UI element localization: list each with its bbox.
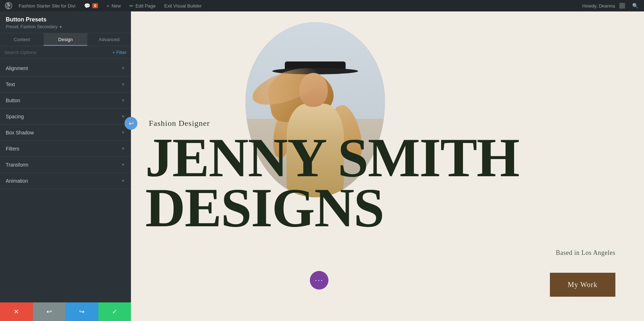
exit-builder-label: Exit Visual Builder <box>164 3 202 9</box>
accordion-animation: Animation ▼ <box>0 173 131 189</box>
admin-bar-left: Fashion Starter Site for Divi 💬 0 + New … <box>3 0 582 11</box>
cancel-icon: ✕ <box>14 308 19 316</box>
filter-button[interactable]: + Filter <box>112 50 127 55</box>
main-canvas: Fashion Designer JENNY SMITH DESIGNS Bas… <box>131 11 644 321</box>
plus-icon: + <box>107 3 109 9</box>
search-input[interactable] <box>4 50 109 55</box>
admin-bar: Fashion Starter Site for Divi 💬 0 + New … <box>0 0 644 11</box>
comment-icon: 💬 <box>84 3 90 9</box>
sidebar-header: Button Presets Preset: Fashion Secondary… <box>0 11 131 33</box>
accordion-button-header[interactable]: Button ▼ <box>0 93 131 108</box>
comments-count: 0 <box>92 3 98 8</box>
accordion-transform-header[interactable]: Transform ▼ <box>0 157 131 173</box>
site-name-text: Fashion Starter Site for Divi <box>19 3 75 9</box>
preset-label: Preset: Fashion Secondary <box>6 24 58 29</box>
accordion-spacing-label: Spacing <box>6 114 24 119</box>
accordion-transform: Transform ▼ <box>0 157 131 173</box>
accordion-box-shadow-header[interactable]: Box Shadow ▼ <box>0 125 131 140</box>
sidebar-title: Button Presets <box>6 16 125 23</box>
main-heading: JENNY SMITH DESIGNS <box>145 133 630 233</box>
redo-icon: ↪ <box>79 308 84 316</box>
accordion-box-shadow-label: Box Shadow <box>6 130 34 135</box>
bottom-toolbar: ✕ ↩ ↪ ✓ <box>0 302 131 321</box>
howdy-text: Howdy, Deanna <box>582 3 615 9</box>
back-float-button[interactable]: ↩ <box>125 117 137 130</box>
comments-link[interactable]: 💬 0 <box>80 0 102 11</box>
accordion-alignment-label: Alignment <box>6 65 28 71</box>
undo-icon: ↩ <box>47 308 52 316</box>
accordion-text-header[interactable]: Text ▼ <box>0 76 131 92</box>
cancel-button[interactable]: ✕ <box>0 302 33 321</box>
tab-content[interactable]: Content <box>0 33 44 46</box>
sidebar-tabs: Content Design Advanced <box>0 33 131 46</box>
save-icon: ✓ <box>112 308 117 316</box>
undo-button[interactable]: ↩ <box>33 302 66 321</box>
search-bar: + Filter <box>0 46 131 59</box>
tab-design[interactable]: Design <box>44 33 87 46</box>
edit-page-label: Edit Page <box>136 3 156 9</box>
edit-page-button[interactable]: ✏ Edit Page <box>125 0 160 11</box>
dots-icon: ··· <box>315 276 323 285</box>
save-button[interactable]: ✓ <box>98 302 131 321</box>
accordion-spacing-header[interactable]: Spacing ▼ <box>0 109 131 124</box>
accordion-alignment-header[interactable]: Alignment ▼ <box>0 60 131 76</box>
chevron-down-icon: ▼ <box>121 178 125 183</box>
accordion-animation-label: Animation <box>6 178 28 184</box>
admin-bar-right: Howdy, Deanna 🔍 <box>582 3 641 9</box>
accordion-text: Text ▼ <box>0 76 131 93</box>
my-work-button[interactable]: My Work <box>550 273 615 297</box>
accordion-list: Alignment ▼ Text ▼ Button ▼ Spacing ▼ Bo <box>0 59 131 303</box>
accordion-filters: Filters ▼ <box>0 141 131 157</box>
new-button[interactable]: + New <box>102 0 125 11</box>
exit-builder-button[interactable]: Exit Visual Builder <box>160 0 206 11</box>
accordion-filters-header[interactable]: Filters ▼ <box>0 141 131 157</box>
sidebar-panel: Button Presets Preset: Fashion Secondary… <box>0 11 131 321</box>
preset-selector[interactable]: Preset: Fashion Secondary ▼ <box>6 24 125 29</box>
accordion-filters-label: Filters <box>6 146 19 152</box>
accordion-alignment: Alignment ▼ <box>0 60 131 76</box>
chevron-down-icon: ▼ <box>59 25 63 29</box>
chevron-down-icon: ▼ <box>121 162 125 167</box>
chevron-down-icon: ▼ <box>121 114 125 119</box>
tab-advanced[interactable]: Advanced <box>87 33 131 46</box>
admin-search-icon[interactable]: 🔍 <box>629 3 641 9</box>
filter-label: + Filter <box>112 50 127 55</box>
accordion-spacing: Spacing ▼ <box>0 109 131 125</box>
chevron-down-icon: ▼ <box>121 66 125 71</box>
redo-button[interactable]: ↪ <box>65 302 98 321</box>
arrow-left-icon: ↩ <box>129 120 133 127</box>
chevron-down-icon: ▼ <box>121 98 125 103</box>
chevron-down-icon: ▼ <box>121 146 125 151</box>
main-heading-line1: JENNY SMITH <box>145 133 630 183</box>
accordion-animation-header[interactable]: Animation ▼ <box>0 173 131 189</box>
main-heading-line2: DESIGNS <box>145 183 630 233</box>
new-label: New <box>112 3 121 9</box>
page-content: Fashion Designer JENNY SMITH DESIGNS Bas… <box>131 11 644 321</box>
accordion-transform-label: Transform <box>6 162 28 168</box>
site-name-link[interactable]: Fashion Starter Site for Divi <box>14 0 80 11</box>
pencil-icon: ✏ <box>130 3 133 9</box>
wordpress-logo[interactable] <box>3 0 14 11</box>
user-avatar <box>619 3 625 9</box>
accordion-button: Button ▼ <box>0 93 131 109</box>
my-work-label: My Work <box>568 281 597 288</box>
floating-dots-button[interactable]: ··· <box>310 271 328 290</box>
chevron-down-icon: ▼ <box>121 130 125 135</box>
accordion-button-label: Button <box>6 98 20 103</box>
based-in-text: Based in Los Angeles <box>556 249 615 257</box>
accordion-text-label: Text <box>6 82 15 87</box>
chevron-down-icon: ▼ <box>121 82 125 87</box>
accordion-box-shadow: Box Shadow ▼ <box>0 125 131 141</box>
